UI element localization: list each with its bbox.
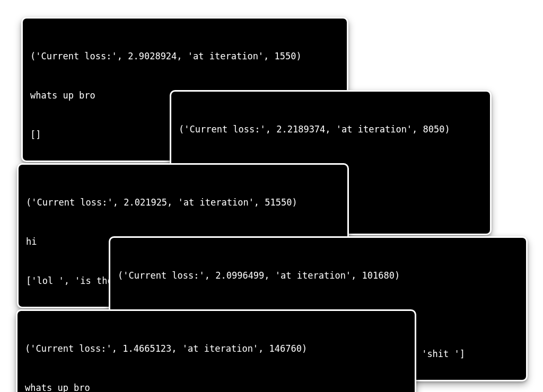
terminal-output-card-5: ('Current loss:', 1.4665123, 'at iterati… bbox=[16, 309, 416, 392]
output-line-loss: ('Current loss:', 2.0996499, 'at iterati… bbox=[118, 269, 519, 282]
output-line-loss: ('Current loss:', 2.021925, 'at iteratio… bbox=[26, 196, 340, 209]
output-line-prompt: whats up bro bbox=[25, 381, 407, 392]
output-line-loss: ('Current loss:', 2.2189374, 'at iterati… bbox=[179, 123, 483, 136]
output-line-loss: ('Current loss:', 2.9028924, 'at iterati… bbox=[30, 50, 339, 63]
output-line-loss: ('Current loss:', 1.4665123, 'at iterati… bbox=[25, 342, 407, 355]
